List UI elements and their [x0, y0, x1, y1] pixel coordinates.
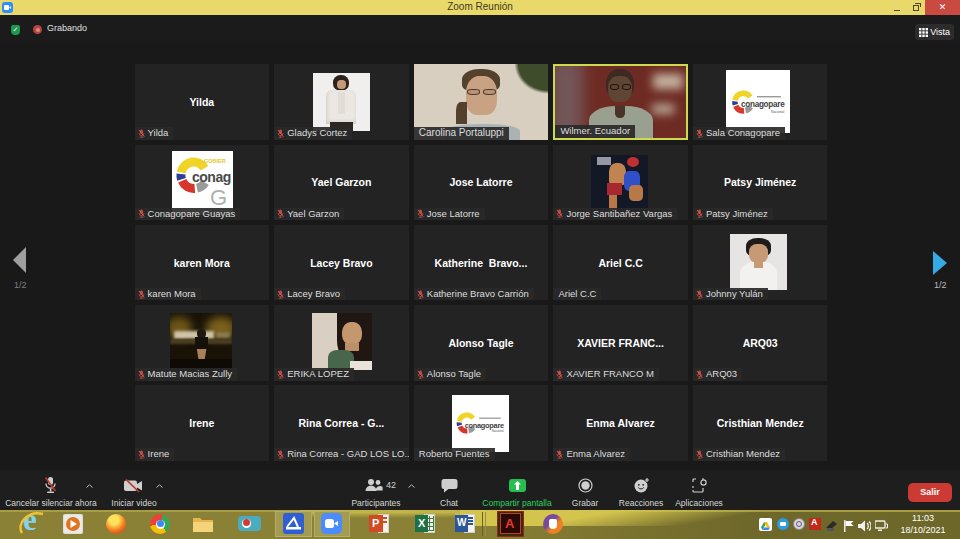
svg-text:conag: conag	[192, 169, 231, 185]
svg-text:G: G	[210, 185, 227, 210]
svg-text:GOBIER: GOBIER	[204, 158, 226, 164]
